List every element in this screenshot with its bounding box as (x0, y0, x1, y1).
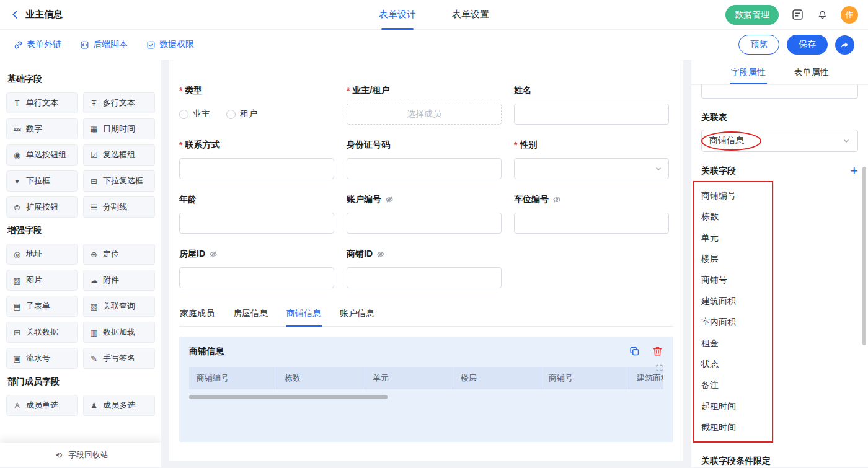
palette-item-checkbox-group[interactable]: ☑复选框组 (83, 144, 155, 166)
related-field-item[interactable]: 建筑面积 (701, 291, 858, 312)
field-recycle-bin[interactable]: ⟲字段回收站 (0, 443, 161, 467)
field-type[interactable]: *类型 业主 租户 (179, 85, 334, 125)
related-table-select[interactable]: 商铺信息 (701, 130, 858, 152)
parking-no-input[interactable] (514, 213, 669, 234)
canvas-area: *类型 业主 租户 *业主/租户 选择成员 姓名 *联系方式 (161, 60, 691, 467)
tab-shop-info[interactable]: 商铺信息 (286, 304, 322, 326)
name-input[interactable] (514, 104, 669, 125)
age-input[interactable] (179, 213, 334, 234)
panel-scrollbar[interactable] (862, 167, 866, 345)
shop-id-input[interactable] (347, 267, 502, 288)
related-field-item[interactable]: 备注 (701, 375, 858, 396)
fullscreen-button[interactable] (655, 364, 663, 372)
id-number-input[interactable] (347, 158, 502, 179)
copy-subform-button[interactable] (629, 345, 640, 357)
form-external-link-button[interactable]: 表单外链 (14, 39, 61, 50)
palette-item-member-multi[interactable]: ♟成员多选 (83, 395, 155, 416)
bell-icon[interactable] (817, 9, 828, 20)
palette-item-dropdown[interactable]: ▾下拉框 (6, 170, 78, 192)
radio-option-owner[interactable]: 业主 (179, 108, 210, 120)
panel-tab-form-props[interactable]: 表单属性 (794, 60, 829, 84)
avatar[interactable]: 作 (841, 6, 858, 24)
related-field-item[interactable]: 商铺号 (701, 270, 858, 291)
link-icon (14, 40, 23, 50)
radio-option-tenant[interactable]: 租户 (226, 108, 257, 120)
house-id-input[interactable] (179, 267, 334, 288)
related-data-icon: ⊞ (11, 328, 23, 337)
preview-button[interactable]: 预览 (738, 35, 779, 55)
related-field-item[interactable]: 室内面积 (701, 312, 858, 333)
field-id-number[interactable]: 身份证号码 (347, 139, 502, 179)
palette-item-multi-line-text[interactable]: Ŧ多行文本 (83, 92, 155, 113)
panel-partial-input[interactable] (701, 85, 858, 99)
checkbox-group-icon: ☑ (88, 151, 100, 160)
panel-tab-field-props[interactable]: 字段属性 (731, 60, 766, 84)
related-field-item[interactable]: 单元 (701, 227, 858, 249)
field-gender[interactable]: *性别 (514, 139, 669, 179)
related-field-item[interactable]: 栋数 (701, 206, 858, 227)
data-manage-button[interactable]: 数据管理 (725, 5, 779, 25)
palette-item-serial-number[interactable]: ▣流水号 (6, 348, 78, 369)
chevron-left-icon (10, 9, 20, 20)
member-picker-input[interactable]: 选择成员 (347, 104, 502, 125)
single-line-text-icon: T (11, 99, 23, 108)
divider-icon: ☰ (88, 203, 100, 212)
palette-item-label: 关联数据 (26, 327, 58, 338)
palette-item-related-query[interactable]: ▧关联查询 (83, 296, 155, 317)
palette-item-related-data[interactable]: ⊞关联数据 (6, 322, 78, 343)
field-contact[interactable]: *联系方式 (179, 139, 334, 179)
signature-icon: ✎ (88, 354, 100, 363)
field-age[interactable]: 年龄 (179, 194, 334, 234)
related-field-item[interactable]: 商铺编号 (701, 185, 858, 206)
field-parking-no[interactable]: 车位编号 (514, 194, 669, 234)
gender-select[interactable] (514, 158, 669, 179)
field-account-no[interactable]: 账户编号 (347, 194, 502, 234)
related-field-item[interactable]: 状态 (701, 354, 858, 375)
tab-family-members[interactable]: 家庭成员 (179, 304, 215, 326)
save-button[interactable]: 保存 (787, 35, 828, 55)
data-permission-button[interactable]: 数据权限 (146, 39, 194, 50)
delete-subform-button[interactable] (652, 345, 663, 357)
related-field-item[interactable]: 截租时间 (701, 417, 858, 438)
palette-item-datetime[interactable]: ▦日期时间 (83, 118, 155, 139)
palette-item-image[interactable]: ▨图片 (6, 270, 78, 291)
account-no-input[interactable] (347, 213, 502, 234)
subtable-panel[interactable]: 商铺信息 商铺编号 栋数 单元 楼层 商铺号 建筑面积 (179, 337, 673, 442)
related-field-item[interactable]: 租金 (701, 333, 858, 354)
related-field-item[interactable]: 楼层 (701, 249, 858, 270)
field-house-id[interactable]: 房屋ID (179, 249, 334, 288)
palette-item-number[interactable]: 123数字 (6, 118, 78, 139)
subtable-header-row: 商铺编号 栋数 单元 楼层 商铺号 建筑面积 (189, 367, 663, 389)
back-button[interactable] (10, 9, 20, 20)
palette-item-label: 扩展按钮 (26, 201, 58, 213)
palette-item-data-load[interactable]: ▥数据加载 (83, 322, 155, 343)
palette-item-member-single[interactable]: ♙成员单选 (6, 395, 78, 416)
palette-item-extend-button[interactable]: ⊜扩展按钮 (6, 196, 78, 218)
palette-item-location[interactable]: ⊕定位 (83, 244, 155, 265)
copy-icon (629, 345, 640, 357)
add-related-field-button[interactable]: + (850, 164, 858, 178)
palette-item-attachment[interactable]: ☁附件 (83, 270, 155, 291)
tab-house-info[interactable]: 房屋信息 (232, 304, 268, 326)
palette-item-dropdown-multi[interactable]: ⊟下拉复选框 (83, 170, 155, 192)
palette-item-divider[interactable]: ☰分割线 (83, 196, 155, 218)
palette-item-single-line-text[interactable]: T单行文本 (6, 92, 78, 113)
share-button[interactable] (835, 35, 854, 55)
field-shop-id[interactable]: 商铺ID (347, 249, 502, 288)
changelog-icon[interactable] (791, 8, 804, 21)
related-field-item[interactable]: 起租时间 (701, 396, 858, 417)
field-owner-tenant[interactable]: *业主/租户 选择成员 (347, 85, 502, 125)
contact-input[interactable] (179, 158, 334, 179)
tab-form-settings[interactable]: 表单设置 (452, 0, 489, 30)
tab-account-info[interactable]: 账户信息 (339, 304, 375, 326)
backend-script-button[interactable]: 后端脚本 (80, 39, 128, 50)
tab-form-design[interactable]: 表单设计 (379, 0, 416, 30)
palette-item-subform[interactable]: ▤子表单 (6, 296, 78, 317)
field-name[interactable]: 姓名 (514, 85, 669, 125)
palette-item-signature[interactable]: ✎手写签名 (83, 348, 155, 369)
page-title: 业主信息 (25, 9, 63, 20)
palette-item-radio-group[interactable]: ◉单选按钮组 (6, 144, 78, 166)
related-fields-list: 商铺编号 栋数 单元 楼层 商铺号 建筑面积 室内面积 租金 状态 备注 起租时… (701, 185, 858, 438)
palette-item-address[interactable]: ◎地址 (6, 244, 78, 265)
subtable-hscrollbar[interactable] (189, 395, 388, 399)
